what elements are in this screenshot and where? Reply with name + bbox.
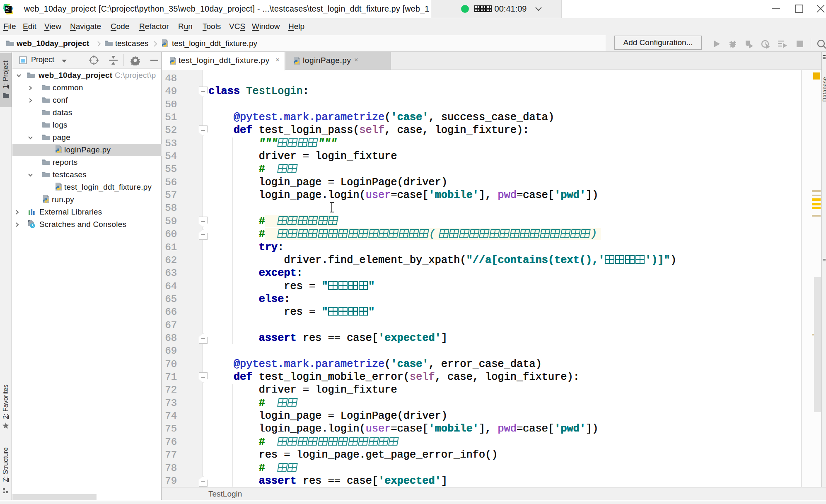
svg-text:PC: PC (5, 7, 10, 10)
